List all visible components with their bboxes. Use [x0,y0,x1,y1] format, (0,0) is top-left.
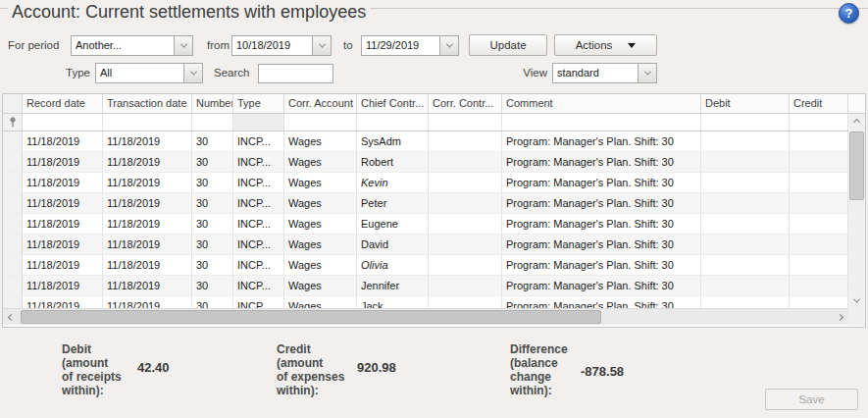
credit-summary-label: Credit (amount of expenses within): [277,342,344,397]
cell-type: INCP... [233,131,284,151]
help-icon[interactable]: ? [839,3,859,24]
column-header-credit[interactable]: Credit [790,94,848,113]
filter-cell-debit[interactable] [701,114,790,131]
cell-credit [790,255,848,275]
cell-corr_account: Wages [284,173,357,192]
filter-cell-corr_account[interactable] [284,114,357,131]
horizontal-scrollbar[interactable] [3,308,848,325]
period-select[interactable]: Another... [71,35,193,56]
view-label: View [518,67,547,78]
for-period-label: For period [8,39,59,51]
cell-transaction_date: 11/18/2019 [103,296,192,308]
period-value: Another... [72,36,174,55]
table-row[interactable]: 11/18/201911/18/201930INCP...WagesKevinP… [3,173,865,193]
table-row[interactable]: 11/18/201911/18/201930INCP...WagesOlivia… [3,255,865,276]
column-header-record_date[interactable]: Record date [23,94,103,113]
filter-cell-credit[interactable] [790,114,848,131]
to-date-dropdown-button[interactable] [439,36,458,55]
column-header-corr_contr[interactable]: Corr. Contr... [429,94,502,113]
cell-credit [790,235,848,254]
to-date-select[interactable]: 11/29/2019 [361,35,459,56]
table-row[interactable]: 11/18/201911/18/201930INCP...WagesSysAdm… [3,131,865,152]
table-row[interactable]: 11/18/201911/18/201930INCP...WagesJennif… [3,276,865,296]
cell-credit [790,296,848,308]
cell-type: INCP... [233,214,284,234]
type-value: All [96,64,183,82]
cell-debit [701,276,790,295]
table-row[interactable]: 11/18/201911/18/201930INCP...WagesEugene… [3,214,865,235]
cell-corr_account: Wages [284,235,357,254]
cell-corr_account: Wages [284,193,357,213]
filter-cell-transaction_date[interactable] [103,114,192,131]
scroll-right-button[interactable] [832,309,848,326]
cell-number: 30 [192,214,233,234]
filter-cell-corr_contr[interactable] [429,114,502,131]
cell-comment: Program: Manager's Plan. Shift: 30 [502,131,701,151]
cell-credit [790,152,848,172]
filter-cell-record_date[interactable] [23,114,103,131]
filter-cell-number[interactable] [192,114,233,131]
cell-credit [790,214,848,234]
vertical-scroll-thumb[interactable] [849,131,864,200]
filter-cell-comment[interactable] [502,114,701,131]
type-select[interactable]: All [95,63,203,83]
to-label: to [343,39,353,51]
scroll-up-button[interactable] [848,114,865,130]
chevron-down-icon [853,295,860,302]
filter-pin-icon [9,117,17,128]
actions-button[interactable]: Actions [554,34,657,56]
cell-transaction_date: 11/18/2019 [103,235,192,254]
cell-corr_contr [429,296,502,308]
scroll-down-button[interactable] [848,292,865,308]
column-header-type[interactable]: Type [233,94,284,113]
cell-debit [701,173,790,192]
search-input[interactable] [258,64,333,83]
save-button[interactable]: Save [765,389,858,410]
column-header-chief_contr[interactable]: Chief Contr... [357,94,429,113]
cell-record_date: 11/18/2019 [23,235,103,254]
cell-credit [790,193,848,213]
cell-corr_contr [429,193,502,213]
column-header-number[interactable]: Number [192,94,233,113]
cell-number: 30 [192,131,233,151]
table-row[interactable]: 11/18/201911/18/201930INCP...WagesDavidP… [3,235,865,255]
difference-summary-value: -878.58 [581,364,624,379]
chevron-down-icon [189,69,196,76]
cell-credit [790,276,848,295]
table-row[interactable]: 11/18/201911/18/201930INCP...WagesJackPr… [3,296,865,308]
cell-comment: Program: Manager's Plan. Shift: 30 [502,235,701,254]
table-row[interactable]: 11/18/201911/18/201930INCP...WagesPeterP… [3,193,865,214]
cell-debit [701,214,790,234]
page-title: Account: Current settlements with employ… [8,0,370,24]
column-header-corr_account[interactable]: Corr. Account [284,94,357,113]
row-indicator-header [3,94,23,113]
cell-transaction_date: 11/18/2019 [103,152,192,172]
view-select[interactable]: standard [552,63,657,83]
chevron-down-icon [643,69,650,76]
horizontal-scroll-thumb[interactable] [21,310,601,324]
table-row[interactable]: 11/18/201911/18/201930INCP...WagesRobert… [3,152,865,173]
column-header-debit[interactable]: Debit [701,94,790,113]
column-header-comment[interactable]: Comment [502,94,701,113]
cell-chief_contr: Kevin [357,173,429,192]
search-label: Search [214,67,249,78]
period-dropdown-button[interactable] [174,36,192,55]
cell-debit [701,131,790,151]
update-button[interactable]: Update [469,34,547,56]
vertical-scrollbar[interactable] [848,114,865,308]
filter-cell-chief_contr[interactable] [357,114,429,131]
cell-corr_account: Wages [284,214,357,234]
cell-type: INCP... [233,235,284,254]
from-label: from [207,39,230,51]
type-dropdown-button[interactable] [183,64,202,82]
row-indicator [3,131,23,151]
column-header-transaction_date[interactable]: Transaction date [103,94,192,113]
cell-comment: Program: Manager's Plan. Shift: 30 [502,173,701,192]
from-date-select[interactable]: 10/18/2019 [231,35,332,56]
view-dropdown-button[interactable] [638,64,656,82]
cell-number: 30 [192,276,233,295]
cell-corr_contr [429,276,502,295]
from-date-dropdown-button[interactable] [312,36,331,55]
scroll-left-button[interactable] [3,309,20,326]
filter-cell-type[interactable] [233,114,284,131]
